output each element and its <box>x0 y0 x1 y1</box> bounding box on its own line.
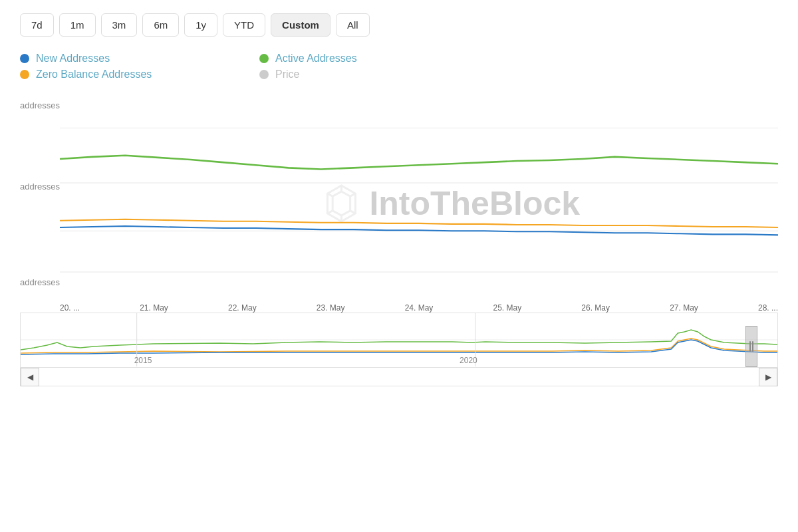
time-btn-all[interactable]: All <box>336 13 370 37</box>
navigator-controls: ◀ ▶ <box>21 367 777 386</box>
time-btn-6m[interactable]: 6m <box>142 13 179 37</box>
x-axis-labels: 20. ...21. May22. May23. May24. May25. M… <box>60 303 778 313</box>
x-label-2: 22. May <box>228 303 257 313</box>
chart-legend: New AddressesActive AddressesZero Balanc… <box>20 53 485 80</box>
x-label-5: 25. May <box>493 303 521 313</box>
navigator-area: 20152020 ◀ ▶ <box>20 313 778 386</box>
legend-dot-zero-balance <box>20 70 29 79</box>
legend-label-price: Price <box>275 68 299 80</box>
time-btn-custom[interactable]: Custom <box>271 13 331 37</box>
time-btn-3m[interactable]: 3m <box>101 13 138 37</box>
legend-label-active-addresses: Active Addresses <box>275 53 357 65</box>
main-container: 7d1m3m6m1yYTDCustomAll New AddressesActi… <box>0 0 798 400</box>
x-label-0: 20. ... <box>60 303 80 313</box>
time-btn-7d[interactable]: 7d <box>20 13 54 37</box>
time-filter-bar: 7d1m3m6m1yYTDCustomAll <box>20 13 778 37</box>
navigator-svg <box>21 313 777 366</box>
legend-item-price: Price <box>259 68 485 80</box>
x-label-3: 23. May <box>317 303 345 313</box>
y-label-bottom: addresses <box>20 277 60 287</box>
legend-item-active-addresses: Active Addresses <box>259 53 485 65</box>
legend-label-new-addresses: New Addresses <box>36 53 110 65</box>
nav-right-arrow[interactable]: ▶ <box>759 368 777 386</box>
y-label-mid: addresses <box>20 182 60 192</box>
y-label-top: addresses <box>20 100 60 110</box>
chart-svg-wrapper <box>60 94 778 293</box>
legend-item-new-addresses: New Addresses <box>20 53 246 65</box>
x-label-7: 27. May <box>670 303 698 313</box>
legend-dot-active-addresses <box>259 54 269 63</box>
time-btn-1m[interactable]: 1m <box>59 13 96 37</box>
main-chart: addresses addresses addresses IntoTheBlo… <box>20 94 778 313</box>
x-label-8: 28. ... <box>758 303 778 313</box>
x-label-6: 26. May <box>581 303 610 313</box>
nav-left-arrow[interactable]: ◀ <box>21 368 39 386</box>
x-label-1: 21. May <box>140 303 168 313</box>
legend-label-zero-balance: Zero Balance Addresses <box>36 68 152 80</box>
legend-dot-price <box>259 70 269 79</box>
time-btn-1y[interactable]: 1y <box>184 13 217 37</box>
time-btn-ytd[interactable]: YTD <box>223 13 265 37</box>
navigator-handle[interactable] <box>745 326 757 367</box>
legend-dot-new-addresses <box>20 54 29 63</box>
main-chart-svg <box>60 94 778 293</box>
x-label-4: 24. May <box>405 303 434 313</box>
legend-item-zero-balance: Zero Balance Addresses <box>20 68 246 80</box>
